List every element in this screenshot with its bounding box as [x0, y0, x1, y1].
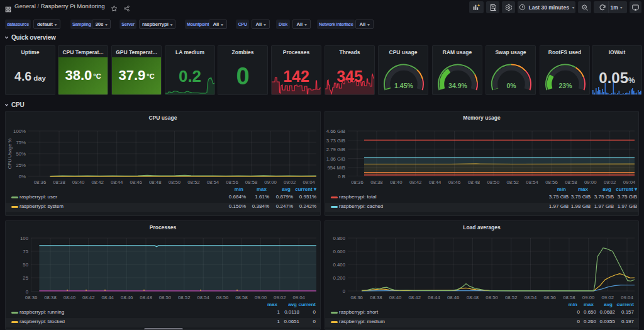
- svg-text:100: 100: [20, 236, 29, 241]
- svg-text:08:44: 08:44: [111, 179, 123, 185]
- svg-text:08:46: 08:46: [121, 295, 133, 300]
- svg-text:08:44: 08:44: [428, 295, 440, 300]
- svg-text:25: 25: [23, 275, 28, 281]
- svg-text:0 B: 0 B: [338, 174, 345, 179]
- svg-text:08:40: 08:40: [390, 179, 402, 185]
- svg-text:08:50: 08:50: [159, 295, 172, 300]
- svg-text:08:56: 08:56: [543, 295, 556, 300]
- svg-text:08:42: 08:42: [409, 179, 422, 185]
- svg-text:100%: 100%: [13, 128, 26, 134]
- svg-text:50: 50: [23, 262, 28, 268]
- svg-text:08:42: 08:42: [91, 179, 104, 185]
- svg-text:08:44: 08:44: [429, 179, 441, 185]
- svg-text:09:02: 09:02: [602, 295, 614, 300]
- svg-text:08:48: 08:48: [149, 179, 162, 185]
- svg-text:09:00: 09:00: [582, 295, 595, 300]
- svg-text:08:50: 08:50: [486, 295, 498, 300]
- svg-text:08:52: 08:52: [505, 295, 518, 300]
- svg-text:08:40: 08:40: [64, 295, 76, 300]
- svg-text:08:46: 08:46: [130, 179, 142, 185]
- svg-text:08:54: 08:54: [526, 179, 538, 185]
- svg-text:0: 0: [26, 289, 29, 295]
- svg-text:0.400: 0.400: [333, 262, 345, 268]
- svg-text:08:36: 08:36: [34, 179, 47, 185]
- svg-text:08:36: 08:36: [350, 295, 363, 300]
- svg-text:75%: 75%: [16, 140, 26, 145]
- svg-text:3.73 GiB: 3.73 GiB: [326, 138, 345, 144]
- svg-text:0: 0: [343, 288, 346, 294]
- svg-text:09:02: 09:02: [274, 295, 286, 300]
- svg-text:08:40: 08:40: [72, 179, 85, 185]
- svg-text:09:02: 09:02: [284, 179, 296, 185]
- svg-text:CPU Usage %: CPU Usage %: [7, 138, 13, 169]
- svg-text:4.66 GiB: 4.66 GiB: [326, 128, 345, 134]
- svg-text:08:56: 08:56: [216, 295, 229, 300]
- svg-text:08:38: 08:38: [53, 179, 65, 185]
- svg-text:954 MiB: 954 MiB: [327, 165, 345, 171]
- svg-text:09:00: 09:00: [255, 295, 267, 300]
- svg-text:08:38: 08:38: [44, 295, 57, 300]
- svg-text:08:46: 08:46: [447, 295, 460, 300]
- svg-text:08:48: 08:48: [140, 295, 152, 300]
- svg-text:08:54: 08:54: [207, 179, 219, 185]
- svg-text:09:02: 09:02: [604, 179, 616, 185]
- svg-text:08:54: 08:54: [197, 295, 209, 300]
- svg-text:08:46: 08:46: [448, 179, 461, 185]
- svg-text:75: 75: [23, 249, 28, 254]
- svg-text:08:56: 08:56: [545, 179, 558, 185]
- svg-text:08:52: 08:52: [506, 179, 519, 185]
- svg-text:09:04: 09:04: [621, 295, 633, 300]
- svg-text:08:56: 08:56: [226, 179, 238, 185]
- svg-text:08:38: 08:38: [370, 179, 383, 185]
- svg-text:08:50: 08:50: [487, 179, 500, 185]
- svg-text:34.9%: 34.9%: [448, 82, 467, 89]
- svg-text:08:50: 08:50: [169, 179, 181, 185]
- svg-text:0.800: 0.800: [333, 236, 345, 241]
- svg-text:08:52: 08:52: [178, 295, 191, 300]
- svg-text:08:38: 08:38: [370, 295, 382, 300]
- svg-text:1.45%: 1.45%: [394, 82, 413, 89]
- svg-text:09:04: 09:04: [303, 179, 315, 185]
- svg-text:08:40: 08:40: [389, 295, 402, 300]
- svg-text:08:58: 08:58: [565, 179, 577, 185]
- svg-text:08:52: 08:52: [187, 179, 200, 185]
- svg-text:0.600: 0.600: [333, 249, 345, 254]
- svg-text:08:36: 08:36: [351, 179, 364, 185]
- svg-text:08:48: 08:48: [467, 295, 479, 300]
- svg-text:08:54: 08:54: [525, 295, 537, 300]
- svg-text:08:58: 08:58: [235, 295, 248, 300]
- svg-text:50%: 50%: [16, 151, 26, 157]
- svg-text:09:00: 09:00: [584, 179, 597, 185]
- svg-text:09:00: 09:00: [264, 179, 277, 185]
- svg-text:08:58: 08:58: [563, 295, 575, 300]
- svg-text:09:04: 09:04: [623, 179, 636, 185]
- svg-text:08:42: 08:42: [409, 295, 421, 300]
- svg-text:25%: 25%: [16, 162, 26, 168]
- svg-text:08:36: 08:36: [25, 295, 38, 300]
- svg-text:23%: 23%: [558, 82, 572, 89]
- svg-text:08:44: 08:44: [101, 295, 114, 300]
- svg-text:1.86 GiB: 1.86 GiB: [326, 156, 345, 162]
- svg-text:08:58: 08:58: [245, 179, 258, 185]
- svg-text:08:42: 08:42: [82, 295, 95, 300]
- svg-text:0%: 0%: [506, 82, 516, 89]
- svg-text:0%: 0%: [19, 174, 26, 179]
- svg-text:08:48: 08:48: [468, 179, 480, 185]
- svg-text:2.79 GiB: 2.79 GiB: [326, 147, 345, 152]
- svg-text:0.200: 0.200: [333, 275, 345, 281]
- svg-text:09:04: 09:04: [292, 295, 305, 300]
